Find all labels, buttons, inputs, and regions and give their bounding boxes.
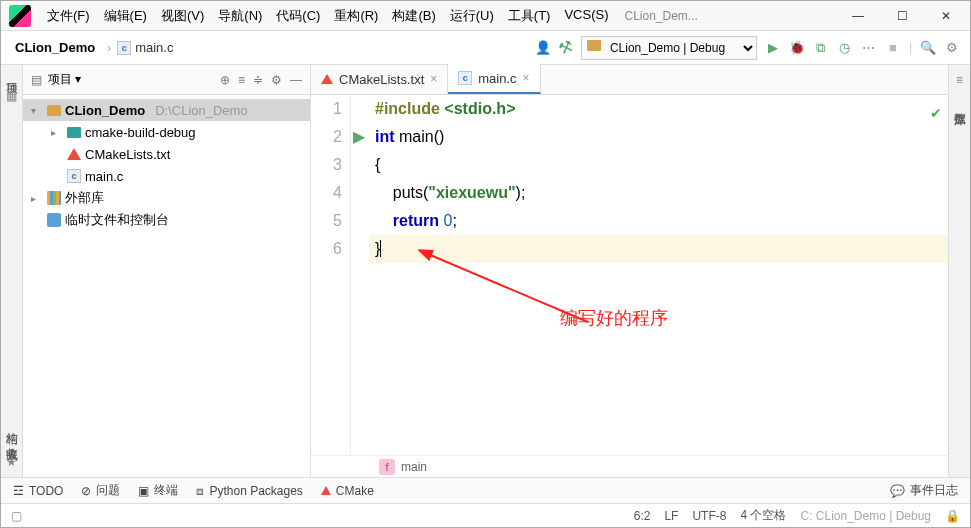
tree-item-main-c[interactable]: c main.c [23, 165, 310, 187]
menu-edit[interactable]: 编辑(E) [98, 3, 153, 29]
status-context[interactable]: C: CLion_Demo | Debug [800, 509, 931, 523]
profile-button[interactable]: ◷ [837, 40, 853, 56]
project-view-icon[interactable]: ▤ [31, 73, 42, 87]
folder-icon [67, 127, 81, 138]
c-file-icon: c [458, 71, 472, 85]
settings-button[interactable]: ⚙ [944, 40, 960, 56]
eventlog-icon: 💬 [890, 484, 905, 498]
menu-view[interactable]: 视图(V) [155, 3, 210, 29]
tree-item-cmakelists[interactable]: CMakeLists.txt [23, 143, 310, 165]
project-folder-icon[interactable]: ▦ [6, 89, 17, 103]
panel-settings-icon[interactable]: ⚙ [271, 73, 282, 87]
tool-python-packages[interactable]: ⧈Python Packages [196, 484, 302, 498]
bookmark-star-icon[interactable]: ★ [6, 455, 17, 469]
editor-tabs: CMakeLists.txt × c main.c × [311, 65, 948, 95]
menu-run[interactable]: 运行(U) [444, 3, 500, 29]
database-icon[interactable]: ≡ [956, 73, 963, 87]
tab-label: main.c [478, 71, 516, 86]
project-panel-title[interactable]: 项目 ▾ [48, 71, 81, 88]
project-panel: ▤ 项目 ▾ ⊕ ≡ ≑ ⚙ — ▾ CLion_Demo D:\CLion_D… [23, 65, 311, 477]
menu-refactor[interactable]: 重构(R) [328, 3, 384, 29]
select-opened-file-icon[interactable]: ⊕ [220, 73, 230, 87]
menu-tools[interactable]: 工具(T) [502, 3, 557, 29]
tree-root[interactable]: ▾ CLion_Demo D:\CLion_Demo [23, 99, 310, 121]
tree-item-build-dir[interactable]: ▸ cmake-build-debug [23, 121, 310, 143]
tab-close-icon[interactable]: × [523, 71, 530, 85]
c-file-icon: c [117, 41, 131, 55]
source-code[interactable]: #include <stdio.h> int main() { puts("xi… [375, 95, 948, 263]
tool-window-bar: ☲TODO ⊘问题 ▣终端 ⧈Python Packages CMake 💬事件… [1, 477, 970, 503]
add-user-icon[interactable]: 👤 [535, 40, 551, 56]
left-tool-strip: 项目 ▦ 结构 收藏夹 ★ [1, 65, 23, 477]
tool-event-log[interactable]: 💬事件日志 [890, 482, 958, 499]
status-caret-pos[interactable]: 6:2 [634, 509, 651, 523]
status-bar: ▢ 6:2 LF UTF-8 4 个空格 C: CLion_Demo | Deb… [1, 503, 970, 527]
code-editor[interactable]: 123456 ▶ #include <stdio.h> int main() {… [311, 95, 948, 455]
breadcrumb-sep-icon: › [107, 41, 111, 55]
navigation-bar: CLion_Demo › c main.c 👤 ⚒ CLion_Demo | D… [1, 31, 970, 65]
coverage-button[interactable]: ⧉ [813, 40, 829, 56]
stop-button[interactable]: ■ [885, 40, 901, 56]
tree-item-label: CMakeLists.txt [85, 147, 170, 162]
attach-button[interactable]: ⋯ [861, 40, 877, 56]
menu-nav[interactable]: 导航(N) [212, 3, 268, 29]
breadcrumb-file-label: main.c [135, 40, 173, 55]
folder-icon [47, 105, 61, 116]
tree-external-libraries[interactable]: ▸ 外部库 [23, 187, 310, 209]
run-config-select[interactable]: CLion_Demo | Debug [581, 36, 757, 60]
tree-root-name: CLion_Demo [65, 103, 145, 118]
run-button[interactable]: ▶ [765, 40, 781, 56]
breadcrumb-root[interactable]: CLion_Demo [9, 40, 101, 55]
debug-button[interactable]: 🐞 [789, 40, 805, 56]
tool-todo[interactable]: ☲TODO [13, 484, 63, 498]
menu-vcs[interactable]: VCS(S) [558, 3, 614, 29]
maximize-button[interactable]: ☐ [880, 2, 924, 30]
status-rect-icon[interactable]: ▢ [11, 509, 22, 523]
status-indent[interactable]: 4 个空格 [740, 507, 786, 524]
library-icon [47, 191, 61, 205]
expand-arrow-icon[interactable]: ▾ [31, 105, 43, 116]
tool-terminal[interactable]: ▣终端 [138, 482, 178, 499]
tree-item-label: cmake-build-debug [85, 125, 196, 140]
cmake-file-icon [321, 74, 333, 84]
breadcrumb-file[interactable]: c main.c [117, 40, 173, 55]
editor-area: CMakeLists.txt × c main.c × 123456 ▶ #in… [311, 65, 948, 477]
tree-item-label: 临时文件和控制台 [65, 211, 169, 229]
build-button[interactable]: ⚒ [556, 36, 576, 59]
run-gutter-icon[interactable]: ▶ [351, 128, 365, 145]
tab-close-icon[interactable]: × [430, 72, 437, 86]
expand-arrow-icon[interactable]: ▸ [31, 193, 43, 204]
cmake-file-icon [67, 148, 81, 160]
status-lock-icon[interactable]: 🔒 [945, 509, 960, 523]
tree-root-path: D:\CLion_Demo [155, 103, 248, 118]
status-encoding[interactable]: UTF-8 [692, 509, 726, 523]
todo-icon: ☲ [13, 484, 24, 498]
menu-build[interactable]: 构建(B) [386, 3, 441, 29]
menu-code[interactable]: 代码(C) [270, 3, 326, 29]
tool-cmake[interactable]: CMake [321, 484, 374, 498]
tab-main-c[interactable]: c main.c × [448, 64, 540, 94]
run-config-selector[interactable]: CLion_Demo | Debug [581, 36, 757, 60]
menu-file[interactable]: 文件(F) [41, 3, 96, 29]
expand-all-icon[interactable]: ≡ [238, 73, 245, 87]
tool-problems[interactable]: ⊘问题 [81, 482, 120, 499]
scratch-icon [47, 213, 61, 227]
tab-label: CMakeLists.txt [339, 72, 424, 87]
tree-item-label: main.c [85, 169, 123, 184]
project-panel-header: ▤ 项目 ▾ ⊕ ≡ ≑ ⚙ — [23, 65, 310, 95]
expand-arrow-icon[interactable]: ▸ [51, 127, 63, 138]
collapse-all-icon[interactable]: ≑ [253, 73, 263, 87]
right-tool-strip: ≡ 数据库 [948, 65, 970, 477]
breadcrumb-function[interactable]: main [401, 460, 427, 474]
close-button[interactable]: ✕ [924, 2, 968, 30]
tab-cmakelists[interactable]: CMakeLists.txt × [311, 64, 448, 94]
search-everywhere-button[interactable]: 🔍 [920, 40, 936, 56]
hide-panel-icon[interactable]: — [290, 73, 302, 87]
project-tree[interactable]: ▾ CLion_Demo D:\CLion_Demo ▸ cmake-build… [23, 95, 310, 235]
terminal-icon: ▣ [138, 484, 149, 498]
tree-scratches[interactable]: 临时文件和控制台 [23, 209, 310, 231]
status-line-ending[interactable]: LF [664, 509, 678, 523]
editor-breadcrumb: f main [311, 455, 948, 477]
line-numbers: 123456 [311, 95, 351, 455]
minimize-button[interactable]: — [836, 2, 880, 30]
